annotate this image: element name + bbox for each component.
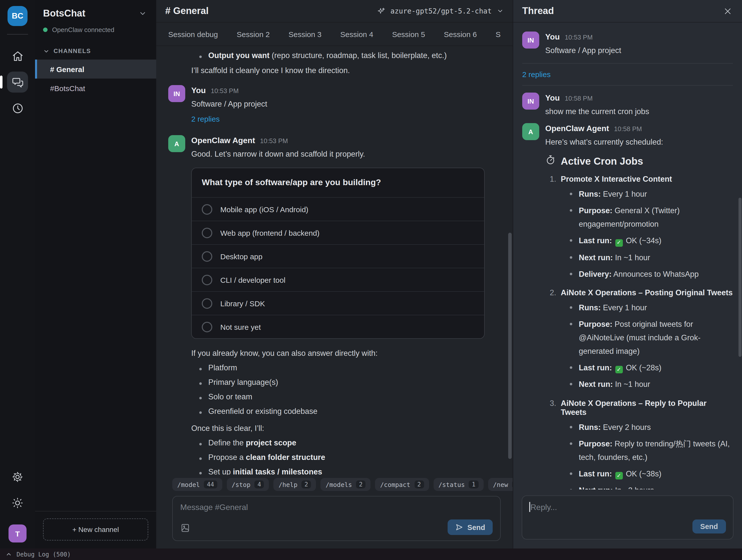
- send-button[interactable]: Send: [447, 519, 493, 535]
- thread-message-list[interactable]: IN You 10:53 PM Software / App project 2…: [513, 22, 742, 490]
- chip-status[interactable]: /status1: [433, 478, 483, 491]
- workspace-chevron-down-icon[interactable]: [137, 8, 148, 19]
- radio-icon[interactable]: [202, 251, 212, 262]
- close-icon[interactable]: [722, 5, 733, 16]
- poll-option-notsure[interactable]: Not sure yet: [192, 315, 484, 338]
- message-time: 10:58 PM: [565, 95, 592, 102]
- icon-rail: BC: [0, 0, 35, 549]
- history-button[interactable]: [7, 98, 28, 119]
- home-icon: [11, 50, 24, 62]
- chip-new[interactable]: /new1: [488, 478, 513, 491]
- poll-option-library[interactable]: Library / SDK: [192, 291, 484, 315]
- chip-count-badge: 1: [469, 481, 478, 489]
- message-input[interactable]: Message #General: [180, 503, 493, 512]
- poll-option-mobile[interactable]: Mobile app (iOS / Android): [192, 197, 484, 221]
- debug-log-label: Debug Log (500): [16, 551, 71, 558]
- cron-field: Last run: OK (~34s): [561, 234, 733, 247]
- avatar: A: [522, 123, 539, 140]
- radio-icon[interactable]: [202, 275, 212, 285]
- chip-stop[interactable]: /stop4: [226, 478, 269, 491]
- bullet-icon: [570, 306, 572, 309]
- chip-model[interactable]: /model44: [172, 478, 222, 491]
- workspace-avatar[interactable]: BC: [7, 6, 28, 26]
- tab-session-3[interactable]: Session 3: [288, 30, 321, 38]
- check-icon: [615, 472, 623, 480]
- avatar: IN: [522, 93, 539, 110]
- cron-field: Runs: Every 1 hour: [561, 187, 733, 201]
- message-text: show me the current cron jobs: [545, 107, 733, 116]
- bullet-icon: [199, 382, 202, 385]
- gear-icon: [11, 471, 23, 483]
- bullet-icon: [199, 472, 202, 474]
- bullet-icon: [570, 239, 572, 242]
- tab-session-6[interactable]: Session 6: [444, 30, 477, 38]
- poll-option-cli[interactable]: CLI / developer tool: [192, 268, 484, 291]
- sparkles-icon: [377, 7, 385, 15]
- chevron-down-icon: [43, 48, 50, 54]
- channels-section-header[interactable]: CHANNELS: [35, 38, 156, 60]
- cron-job: 2. AiNote X Operations – Posting Origina…: [550, 288, 733, 394]
- theme-button[interactable]: [7, 493, 28, 513]
- user-avatar[interactable]: T: [8, 524, 26, 543]
- chip-models[interactable]: /models2: [321, 478, 371, 491]
- list-item: Platform: [191, 363, 500, 372]
- poll-question: What type of software/app are you buildi…: [192, 168, 484, 197]
- tab-session-debug[interactable]: Session debug: [168, 30, 218, 38]
- model-selector[interactable]: azure-gpt52/gpt-5.2-chat: [377, 7, 504, 15]
- poll-option-web[interactable]: Web app (frontend / backend): [192, 221, 484, 244]
- thread-replies-link[interactable]: 2 replies: [191, 115, 500, 123]
- bullet-icon: [570, 323, 572, 325]
- message-author: OpenClaw Agent: [545, 124, 609, 133]
- tab-session-5[interactable]: Session 5: [392, 30, 425, 38]
- scrollbar-thumb[interactable]: [508, 233, 512, 459]
- bullet-icon: [199, 457, 202, 460]
- chip-help[interactable]: /help2: [274, 478, 316, 491]
- message-text: Software / App project: [191, 100, 500, 109]
- bullet-icon: [570, 193, 572, 195]
- thread-reply: A OpenClaw Agent 10:58 PM Here’s what’s …: [522, 116, 733, 490]
- list-item: Set up initial tasks / milestones: [191, 467, 500, 475]
- scrollbar-thumb[interactable]: [739, 198, 742, 357]
- chats-button[interactable]: [7, 71, 28, 93]
- tab-session-7-partial[interactable]: S: [496, 30, 501, 38]
- radio-icon[interactable]: [202, 322, 212, 332]
- debug-log-bar[interactable]: Debug Log (500): [0, 549, 742, 560]
- message-text: I’ll scaffold it cleanly once I know the…: [191, 66, 500, 75]
- poll-option-desktop[interactable]: Desktop app: [192, 244, 484, 268]
- bullet-icon: [199, 368, 202, 370]
- message-author: You: [191, 86, 206, 95]
- message-text: Here’s what’s currently scheduled:: [545, 137, 733, 147]
- stopwatch-icon: [545, 155, 556, 168]
- reply-input[interactable]: Reply...: [529, 502, 726, 512]
- new-channel-button[interactable]: + New channel: [43, 518, 148, 541]
- reply-send-button[interactable]: Send: [692, 519, 726, 534]
- message-time: 10:58 PM: [614, 125, 642, 132]
- main-panel: # General azure-gpt52/gpt-5.2-chat Sessi…: [156, 0, 513, 549]
- tab-session-4[interactable]: Session 4: [340, 30, 373, 38]
- list-item: Define the project scope: [191, 438, 500, 447]
- chevron-down-icon: [497, 7, 504, 14]
- chip-compact[interactable]: /compact2: [375, 478, 429, 491]
- reply-composer[interactable]: Reply... Send: [522, 495, 734, 540]
- home-button[interactable]: [7, 46, 28, 66]
- bullet-icon: [199, 411, 202, 414]
- send-icon: [455, 523, 463, 531]
- list-item: Solo or team: [191, 392, 500, 401]
- chip-count-badge: 2: [356, 481, 366, 489]
- tab-session-2[interactable]: Session 2: [237, 30, 270, 38]
- cron-field: Delivery: Announces to WhatsApp: [561, 267, 733, 280]
- sidebar-item-general[interactable]: # General: [35, 60, 156, 78]
- radio-icon[interactable]: [202, 298, 212, 309]
- chat-bubbles-icon: [11, 76, 24, 88]
- radio-icon[interactable]: [202, 204, 212, 214]
- attach-image-icon[interactable]: [180, 523, 190, 535]
- radio-icon[interactable]: [202, 227, 212, 238]
- bullet-icon: [570, 367, 572, 369]
- thread-root-message: IN You 10:53 PM Software / App project: [522, 22, 733, 64]
- message-composer[interactable]: Message #General Send: [172, 496, 501, 541]
- sidebar-item-botschat[interactable]: #BotsChat: [35, 78, 156, 98]
- cron-field: Next run: In ~1 hour: [561, 378, 733, 391]
- settings-button[interactable]: [7, 466, 28, 488]
- message-list[interactable]: Output you want (repo structure, roadmap…: [156, 46, 513, 475]
- avatar: A: [168, 135, 185, 152]
